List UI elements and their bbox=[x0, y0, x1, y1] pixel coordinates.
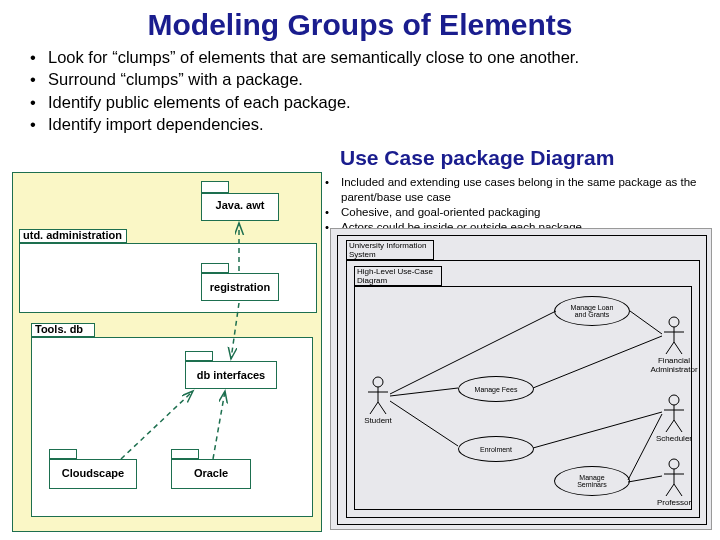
sub-bullet-item: • Included and extending use cases belon… bbox=[325, 175, 715, 205]
package-tab bbox=[171, 449, 199, 459]
sub-bullet-text: Included and extending use cases belong … bbox=[341, 175, 715, 205]
package-label: Tools. db bbox=[33, 323, 97, 335]
bullet-dot: • bbox=[30, 68, 48, 90]
usecase-seminars: Manage Seminars bbox=[554, 466, 630, 496]
slide-title: Modeling Groups of Elements bbox=[0, 0, 720, 46]
package-label: utd. administration bbox=[21, 229, 129, 241]
svg-line-8 bbox=[378, 402, 386, 414]
actor-label: Student bbox=[360, 416, 396, 425]
bullet-text: Identify public elements of each package… bbox=[48, 91, 351, 113]
bullet-item: • Surround “clumps” with a package. bbox=[30, 68, 700, 90]
svg-line-12 bbox=[666, 342, 674, 354]
bullet-item: • Identify import dependencies. bbox=[30, 113, 700, 135]
sub-bullet-text: Cohesive, and goal-oriented packaging bbox=[341, 205, 540, 220]
svg-point-9 bbox=[669, 317, 679, 327]
bullet-dot: • bbox=[30, 46, 48, 68]
package-label: Java. awt bbox=[201, 199, 279, 211]
svg-line-23 bbox=[674, 484, 682, 496]
svg-point-19 bbox=[669, 459, 679, 469]
bullet-dot: • bbox=[325, 175, 341, 190]
subheading: Use Case package Diagram bbox=[340, 146, 614, 170]
svg-point-4 bbox=[373, 377, 383, 387]
package-label: Oracle bbox=[171, 467, 251, 479]
bullet-text: Look for “clumps” of elements that are s… bbox=[48, 46, 579, 68]
sub-bullet-item: • Cohesive, and goal-oriented packaging bbox=[325, 205, 715, 220]
actor-label: Financial Administrator bbox=[646, 356, 702, 374]
svg-line-22 bbox=[666, 484, 674, 496]
sub-bullets: • Included and extending use cases belon… bbox=[325, 175, 715, 235]
bullet-dot: • bbox=[325, 205, 341, 220]
actor-label: Professor bbox=[650, 498, 698, 507]
actor-label: Scheduler bbox=[650, 434, 698, 443]
package-label: registration bbox=[201, 281, 279, 293]
svg-line-7 bbox=[370, 402, 378, 414]
usecase-diagram: University Information System High-Level… bbox=[330, 228, 712, 530]
package-label: Cloudscape bbox=[49, 467, 137, 479]
bullet-item: • Look for “clumps” of elements that are… bbox=[30, 46, 700, 68]
package-tab bbox=[201, 263, 229, 273]
ucd-frame: University Information System High-Level… bbox=[337, 235, 707, 525]
bullet-dot: • bbox=[30, 113, 48, 135]
bullet-item: • Identify public elements of each packa… bbox=[30, 91, 700, 113]
usecase-enrolment: Enrolment bbox=[458, 436, 534, 462]
bullet-dot: • bbox=[30, 91, 48, 113]
bullet-text: Identify import dependencies. bbox=[48, 113, 264, 135]
main-bullets: • Look for “clumps” of elements that are… bbox=[0, 46, 720, 139]
bullet-text: Surround “clumps” with a package. bbox=[48, 68, 303, 90]
usecase-fees: Manage Fees bbox=[458, 376, 534, 402]
ucd-inner-label: High-Level Use-Case Diagram bbox=[357, 267, 441, 285]
package-tab bbox=[185, 351, 213, 361]
svg-line-17 bbox=[666, 420, 674, 432]
package-tab bbox=[49, 449, 77, 459]
ucd-system-label: University Information System bbox=[349, 241, 433, 259]
svg-line-18 bbox=[674, 420, 682, 432]
svg-line-13 bbox=[674, 342, 682, 354]
package-diagram: Java. awt utd. administration registrati… bbox=[12, 172, 322, 532]
svg-point-14 bbox=[669, 395, 679, 405]
package-tab bbox=[201, 181, 229, 193]
usecase-loan: Manage Loan and Grants bbox=[554, 296, 630, 326]
package-label: db interfaces bbox=[185, 369, 277, 381]
